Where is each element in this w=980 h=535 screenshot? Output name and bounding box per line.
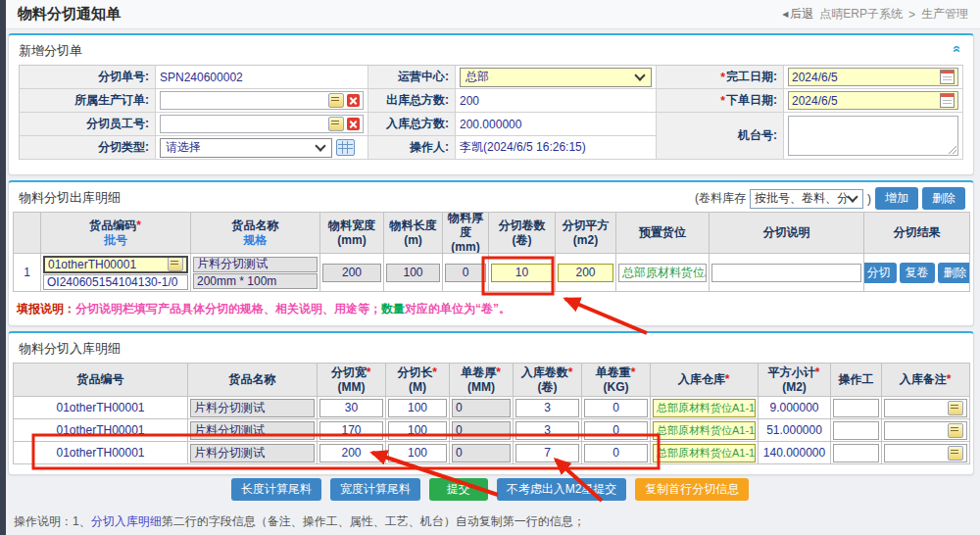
lookup-icon[interactable] (948, 423, 963, 438)
col-header-sqm-subtotal: 平方小计* (M2) (759, 364, 831, 397)
remark-input[interactable] (884, 399, 967, 417)
inbound-detail-link[interactable]: 分切入库明细 (91, 514, 162, 528)
batch-no-input[interactable]: OI240605154104130-1/0 (43, 274, 188, 290)
inbound-detail-panel: 物料分切入库明细 货品编号 货品名称 分切宽* (MM) 分切长* (M) 单卷… (8, 331, 974, 475)
roll-weight-input[interactable]: 0 (584, 421, 648, 440)
calendar-icon[interactable] (940, 70, 955, 84)
submit-button[interactable]: 提交 (429, 478, 488, 501)
cut-type-select[interactable]: 请选择 (160, 138, 332, 158)
breadcrumb-section[interactable]: 生产管理 (921, 6, 968, 23)
op-center-select[interactable]: 总部 (460, 68, 652, 87)
cut-rolls-input[interactable]: 10 (491, 264, 553, 282)
clear-icon[interactable] (347, 94, 360, 107)
in-rolls-input[interactable]: 3 (515, 421, 579, 440)
col-header-roll-thickness: 单卷厚* (MM) (450, 364, 514, 397)
inbound-row-3: 01otherTH00001 片料分切测试 200 100 0 7 0 总部原材… (14, 442, 970, 464)
delete-row-button[interactable]: 删除 (922, 187, 965, 210)
remark-input[interactable] (884, 421, 967, 440)
inbound-header-row: 货品编号 货品名称 分切宽* (MM) 分切长* (M) 单卷厚* (MM) 入… (14, 364, 970, 397)
in-rolls-input[interactable]: 3 (515, 399, 579, 417)
col-header-remark: 入库备注* (882, 364, 970, 397)
back-link[interactable]: ◀后退 (782, 6, 813, 23)
type-manage-icon[interactable] (336, 139, 355, 156)
cut-width-input[interactable]: 170 (319, 421, 383, 440)
order-date-input[interactable]: 2024/6/5 (788, 91, 958, 110)
warehouse-input[interactable]: 总部原材料货位A1-1 (653, 399, 756, 417)
copy-first-row-button[interactable]: 复制首行分切信息 (635, 478, 749, 501)
lookup-icon[interactable] (948, 401, 963, 415)
cut-length-input[interactable]: 100 (388, 444, 447, 462)
item-name-readonly: 片料分切测试 (190, 444, 315, 462)
col-header-warehouse: 入库仓库* (651, 364, 759, 397)
roll-thickness-readonly: 0 (452, 421, 511, 440)
calc-tail-by-width-button[interactable]: 宽度计算尾料 (330, 478, 420, 501)
stock-mode-select[interactable]: 按批号、卷料、分切卷 (750, 189, 863, 209)
row-index: 1 (24, 266, 30, 279)
worker-input[interactable] (833, 421, 879, 440)
cut-button[interactable]: 分切 (864, 263, 897, 283)
inbound-row-1: 01otherTH00001 片料分切测试 30 100 0 3 0 总部原材料… (14, 397, 970, 419)
col-header-index (14, 213, 41, 254)
inbound-table: 货品编号 货品名称 分切宽* (MM) 分切长* (M) 单卷厚* (MM) 入… (13, 363, 970, 464)
collapse-panel-icon[interactable]: « (950, 45, 965, 53)
rewind-button[interactable]: 复卷 (900, 263, 935, 283)
submit-ignore-m2-button[interactable]: 不考虑出入M2星提交 (497, 478, 627, 501)
cutter-id-input[interactable] (160, 115, 364, 133)
roll-weight-input[interactable]: 0 (584, 399, 648, 417)
cut-length-input[interactable]: 100 (388, 399, 447, 417)
new-cut-order-form: 分切单号: SPN240600002 运营中心: 总部 *完工日期: 2024/… (19, 65, 963, 160)
panel-title-inbound: 物料分切入库明细 (19, 340, 121, 358)
warehouse-input[interactable]: 总部原材料货位A1-1 (653, 444, 756, 462)
delete-button[interactable]: 删除 (938, 263, 971, 283)
add-row-button[interactable]: 增加 (875, 187, 918, 210)
worker-input[interactable] (833, 399, 879, 417)
calc-tail-by-length-button[interactable]: 长度计算尾料 (231, 478, 321, 501)
col-header-width: 物料宽度(mm) (320, 213, 384, 254)
cut-width-input[interactable]: 30 (319, 399, 383, 417)
finish-date-input[interactable]: 2024/6/5 (788, 68, 958, 86)
machine-no-textarea[interactable] (788, 116, 958, 156)
prod-order-input[interactable] (160, 91, 364, 110)
label-cutter-id: 分切员工号: (20, 113, 156, 136)
remark-input[interactable] (884, 444, 967, 462)
calendar-icon[interactable] (940, 93, 955, 108)
label-operator: 操作人: (368, 136, 456, 160)
out-total-value: 200 (456, 89, 657, 113)
outbound-controls: (卷料库存 按批号、卷料、分切卷 ) 增加 删除 (695, 187, 965, 210)
worker-input[interactable] (833, 444, 879, 462)
back-arrow-icon: ◀ (782, 10, 788, 19)
preset-location-input[interactable]: 总部原材料货位A1-1 (618, 264, 707, 282)
breadcrumb-app[interactable]: 点晴ERP子系统 (819, 6, 903, 23)
clear-icon[interactable] (347, 118, 360, 130)
cut-note-input[interactable] (711, 264, 861, 282)
col-header-cut-result: 分切结果 (864, 213, 970, 254)
page-title: 物料分切通知单 (18, 5, 121, 24)
label-machine-no: 机台号: (657, 113, 784, 160)
item-code-input[interactable]: 01otherTH00001 (43, 256, 188, 273)
stock-mode-suffix: ) (867, 192, 871, 206)
col-header-worker: 操作工 (831, 364, 882, 397)
width-readonly: 200 (322, 264, 381, 282)
in-total-value: 200.000000 (456, 113, 657, 136)
resize-handle[interactable] (947, 144, 956, 154)
lookup-icon[interactable] (948, 446, 963, 461)
col-header-length: 物料长度(m) (384, 213, 443, 254)
top-bar: 物料分切通知单 ◀后退 点晴ERP子系统 > 生产管理 (6, 0, 980, 29)
cut-length-input[interactable]: 100 (388, 421, 447, 440)
roll-weight-input[interactable]: 0 (584, 444, 648, 462)
in-rolls-input[interactable]: 7 (515, 444, 579, 462)
warehouse-input[interactable]: 总部原材料货位A1-1 (653, 421, 756, 440)
cut-width-input[interactable]: 200 (319, 444, 383, 462)
breadcrumb-separator: > (908, 8, 915, 22)
col-header-item-name: 货品名称 (188, 364, 318, 397)
lookup-icon[interactable] (328, 93, 344, 108)
cut-sqm-input[interactable]: 200 (558, 264, 613, 282)
label-op-center: 运营中心: (368, 66, 456, 89)
breadcrumb: ◀后退 点晴ERP子系统 > 生产管理 (782, 6, 968, 23)
label-cut-no: 分切单号: (20, 66, 156, 89)
label-cut-type: 分切类型: (20, 136, 156, 160)
label-finish-date: *完工日期: (657, 66, 784, 89)
chevron-down-icon (634, 70, 645, 80)
lookup-icon[interactable] (168, 257, 183, 271)
lookup-icon[interactable] (328, 117, 344, 131)
